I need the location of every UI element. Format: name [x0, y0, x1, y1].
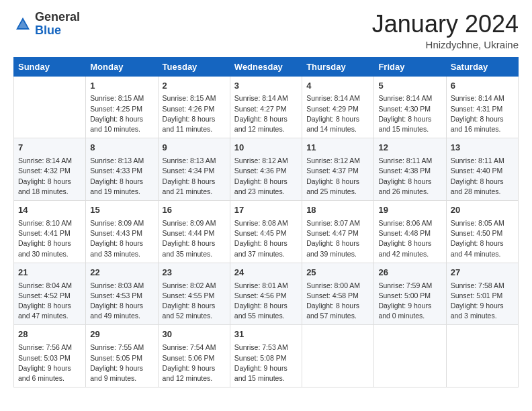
date-number: 20 [451, 204, 514, 217]
calendar-cell [302, 325, 374, 387]
date-number: 23 [163, 267, 226, 279]
date-number: 15 [90, 204, 153, 217]
calendar-cell [374, 325, 446, 387]
column-header-sunday: Sunday [14, 57, 86, 76]
logo-general: General [35, 10, 80, 24]
calendar-cell: 27Sunrise: 7:58 AMSunset: 5:01 PMDayligh… [446, 263, 518, 325]
cell-content: Sunrise: 8:04 AMSunset: 4:52 PMDaylight:… [18, 281, 81, 322]
page-header: General Blue January 2024 Hnizdychne, Uk… [13, 11, 519, 50]
week-row-3: 14Sunrise: 8:10 AMSunset: 4:41 PMDayligh… [14, 201, 519, 263]
calendar-cell: 29Sunrise: 7:55 AMSunset: 5:05 PMDayligh… [86, 325, 158, 387]
week-row-2: 7Sunrise: 8:14 AMSunset: 4:32 PMDaylight… [14, 138, 519, 201]
logo-blue: Blue [35, 24, 61, 37]
calendar-cell: 23Sunrise: 8:02 AMSunset: 4:55 PMDayligh… [158, 263, 230, 325]
calendar-cell: 13Sunrise: 8:11 AMSunset: 4:40 PMDayligh… [446, 138, 518, 201]
date-number: 4 [306, 80, 369, 93]
week-row-5: 28Sunrise: 7:56 AMSunset: 5:03 PMDayligh… [14, 325, 519, 387]
date-number: 27 [451, 267, 514, 279]
calendar-cell: 6Sunrise: 8:14 AMSunset: 4:31 PMDaylight… [446, 76, 518, 138]
date-number: 5 [378, 80, 441, 93]
date-number: 11 [306, 142, 369, 154]
cell-content: Sunrise: 8:10 AMSunset: 4:41 PMDaylight:… [18, 218, 81, 259]
cell-content: Sunrise: 7:58 AMSunset: 5:01 PMDaylight:… [451, 281, 514, 322]
calendar-cell: 11Sunrise: 8:12 AMSunset: 4:37 PMDayligh… [302, 138, 374, 201]
calendar-table: SundayMondayTuesdayWednesdayThursdayFrid… [13, 57, 519, 388]
calendar-cell: 15Sunrise: 8:09 AMSunset: 4:43 PMDayligh… [86, 201, 158, 263]
cell-content: Sunrise: 8:12 AMSunset: 4:36 PMDaylight:… [234, 156, 298, 197]
date-number: 29 [90, 328, 153, 341]
column-header-thursday: Thursday [302, 57, 374, 76]
date-number: 26 [378, 267, 441, 279]
column-header-monday: Monday [86, 57, 158, 76]
cell-content: Sunrise: 8:12 AMSunset: 4:37 PMDaylight:… [306, 156, 369, 197]
week-row-1: 1Sunrise: 8:15 AMSunset: 4:25 PMDaylight… [14, 76, 519, 138]
column-header-tuesday: Tuesday [158, 57, 230, 76]
calendar-header: SundayMondayTuesdayWednesdayThursdayFrid… [14, 57, 519, 76]
cell-content: Sunrise: 8:15 AMSunset: 4:25 PMDaylight:… [90, 93, 153, 134]
cell-content: Sunrise: 8:03 AMSunset: 4:53 PMDaylight:… [90, 281, 153, 322]
date-number: 10 [234, 142, 298, 154]
date-number: 1 [90, 80, 153, 93]
cell-content: Sunrise: 8:11 AMSunset: 4:38 PMDaylight:… [378, 156, 441, 197]
date-number: 16 [163, 204, 226, 217]
date-number: 30 [163, 328, 226, 341]
calendar-cell: 20Sunrise: 8:05 AMSunset: 4:50 PMDayligh… [446, 201, 518, 263]
column-header-saturday: Saturday [446, 57, 518, 76]
calendar-cell [446, 325, 518, 387]
date-number: 17 [234, 204, 298, 217]
week-row-4: 21Sunrise: 8:04 AMSunset: 4:52 PMDayligh… [14, 263, 519, 325]
title-block: January 2024 Hnizdychne, Ukraine [372, 11, 519, 50]
calendar-cell: 25Sunrise: 8:00 AMSunset: 4:58 PMDayligh… [302, 263, 374, 325]
column-header-friday: Friday [374, 57, 446, 76]
date-number: 3 [234, 80, 298, 93]
calendar-cell: 28Sunrise: 7:56 AMSunset: 5:03 PMDayligh… [14, 325, 86, 387]
calendar-cell: 3Sunrise: 8:14 AMSunset: 4:27 PMDaylight… [230, 76, 302, 138]
date-number: 19 [378, 204, 441, 217]
date-number: 21 [18, 267, 81, 279]
date-number: 7 [18, 142, 81, 154]
location: Hnizdychne, Ukraine [372, 39, 519, 50]
cell-content: Sunrise: 8:14 AMSunset: 4:27 PMDaylight:… [234, 93, 298, 134]
cell-content: Sunrise: 8:14 AMSunset: 4:29 PMDaylight:… [306, 93, 369, 134]
header-row: SundayMondayTuesdayWednesdayThursdayFrid… [14, 57, 519, 76]
calendar-cell: 1Sunrise: 8:15 AMSunset: 4:25 PMDaylight… [86, 76, 158, 138]
date-number: 18 [306, 204, 369, 217]
cell-content: Sunrise: 8:13 AMSunset: 4:34 PMDaylight:… [163, 156, 226, 197]
calendar-cell: 16Sunrise: 8:09 AMSunset: 4:44 PMDayligh… [158, 201, 230, 263]
date-number: 8 [90, 142, 153, 154]
cell-content: Sunrise: 7:59 AMSunset: 5:00 PMDaylight:… [378, 281, 441, 322]
calendar-cell [14, 76, 86, 138]
date-number: 9 [163, 142, 226, 154]
month-title: January 2024 [372, 11, 519, 38]
calendar-cell: 4Sunrise: 8:14 AMSunset: 4:29 PMDaylight… [302, 76, 374, 138]
cell-content: Sunrise: 8:01 AMSunset: 4:56 PMDaylight:… [234, 281, 298, 322]
cell-content: Sunrise: 8:11 AMSunset: 4:40 PMDaylight:… [451, 156, 514, 197]
calendar-cell: 24Sunrise: 8:01 AMSunset: 4:56 PMDayligh… [230, 263, 302, 325]
calendar-cell: 30Sunrise: 7:54 AMSunset: 5:06 PMDayligh… [158, 325, 230, 387]
cell-content: Sunrise: 8:09 AMSunset: 4:43 PMDaylight:… [90, 218, 153, 259]
calendar-cell: 26Sunrise: 7:59 AMSunset: 5:00 PMDayligh… [374, 263, 446, 325]
date-number: 6 [451, 80, 514, 93]
logo: General Blue [13, 11, 80, 38]
calendar-cell: 14Sunrise: 8:10 AMSunset: 4:41 PMDayligh… [14, 201, 86, 263]
date-number: 22 [90, 267, 153, 279]
date-number: 2 [163, 80, 226, 93]
date-number: 12 [378, 142, 441, 154]
logo-text: General Blue [35, 11, 80, 38]
calendar-cell: 22Sunrise: 8:03 AMSunset: 4:53 PMDayligh… [86, 263, 158, 325]
calendar-cell: 9Sunrise: 8:13 AMSunset: 4:34 PMDaylight… [158, 138, 230, 201]
cell-content: Sunrise: 8:06 AMSunset: 4:48 PMDaylight:… [378, 218, 441, 259]
date-number: 28 [18, 328, 81, 341]
calendar-cell: 17Sunrise: 8:08 AMSunset: 4:45 PMDayligh… [230, 201, 302, 263]
date-number: 24 [234, 267, 298, 279]
cell-content: Sunrise: 7:53 AMSunset: 5:08 PMDaylight:… [234, 342, 298, 383]
calendar-cell: 5Sunrise: 8:14 AMSunset: 4:30 PMDaylight… [374, 76, 446, 138]
logo-icon [13, 15, 32, 34]
cell-content: Sunrise: 8:14 AMSunset: 4:30 PMDaylight:… [378, 93, 441, 134]
cell-content: Sunrise: 7:56 AMSunset: 5:03 PMDaylight:… [18, 342, 81, 383]
calendar-body: 1Sunrise: 8:15 AMSunset: 4:25 PMDaylight… [14, 76, 519, 387]
cell-content: Sunrise: 8:14 AMSunset: 4:32 PMDaylight:… [18, 156, 81, 197]
calendar-cell: 18Sunrise: 8:07 AMSunset: 4:47 PMDayligh… [302, 201, 374, 263]
date-number: 25 [306, 267, 369, 279]
calendar-cell: 10Sunrise: 8:12 AMSunset: 4:36 PMDayligh… [230, 138, 302, 201]
